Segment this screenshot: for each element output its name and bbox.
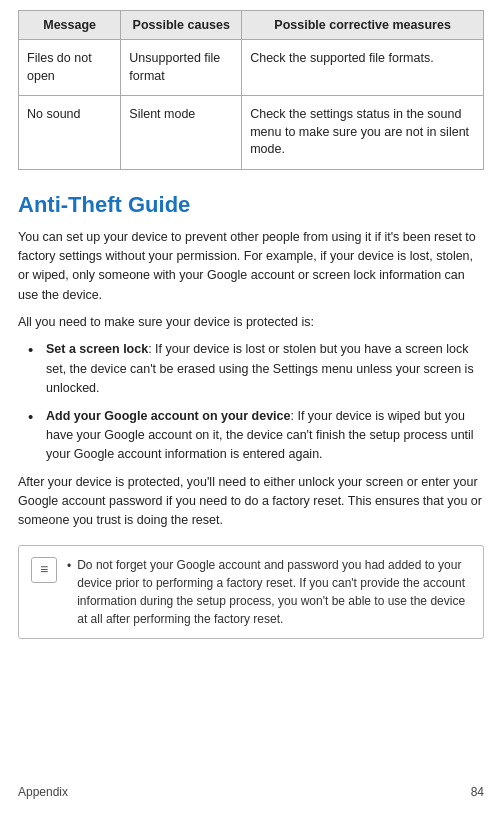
col-header-causes: Possible causes bbox=[121, 11, 242, 40]
row2-correction: Check the settings status in the sound m… bbox=[242, 96, 484, 170]
table-row: No sound Silent mode Check the settings … bbox=[19, 96, 484, 170]
list-item-term-1: Set a screen lock bbox=[46, 342, 148, 356]
anti-theft-guide-section: Anti-Theft Guide You can set up your dev… bbox=[18, 192, 484, 639]
page-footer: Appendix 84 bbox=[18, 785, 484, 799]
guide-title: Anti-Theft Guide bbox=[18, 192, 484, 218]
table-row: Files do not open Unsupported file forma… bbox=[19, 40, 484, 96]
guide-preamble: All you need to make sure your device is… bbox=[18, 313, 484, 332]
guide-items-list: Set a screen lock: If your device is los… bbox=[36, 340, 484, 464]
col-header-corrections: Possible corrective measures bbox=[242, 11, 484, 40]
row2-message: No sound bbox=[19, 96, 121, 170]
list-item: Add your Google account on your device: … bbox=[36, 407, 484, 465]
guide-outro: After your device is protected, you'll n… bbox=[18, 473, 484, 531]
note-box: ≡ • Do not forget your Google account an… bbox=[18, 545, 484, 639]
list-item-term-2: Add your Google account on your device bbox=[46, 409, 290, 423]
troubleshooting-table: Message Possible causes Possible correct… bbox=[18, 10, 484, 170]
note-bullet-dot: • bbox=[67, 557, 71, 628]
guide-intro: You can set up your device to prevent ot… bbox=[18, 228, 484, 306]
footer-left: Appendix bbox=[18, 785, 68, 799]
note-icon: ≡ bbox=[31, 557, 57, 583]
col-header-message: Message bbox=[19, 11, 121, 40]
row1-cause: Unsupported file format bbox=[121, 40, 242, 96]
note-text: Do not forget your Google account and pa… bbox=[77, 556, 471, 628]
list-item: Set a screen lock: If your device is los… bbox=[36, 340, 484, 398]
note-content: • Do not forget your Google account and … bbox=[67, 556, 471, 628]
row2-cause: Silent mode bbox=[121, 96, 242, 170]
footer-right: 84 bbox=[471, 785, 484, 799]
row1-correction: Check the supported file formats. bbox=[242, 40, 484, 96]
note-bullet-row: • Do not forget your Google account and … bbox=[67, 556, 471, 628]
row1-message: Files do not open bbox=[19, 40, 121, 96]
